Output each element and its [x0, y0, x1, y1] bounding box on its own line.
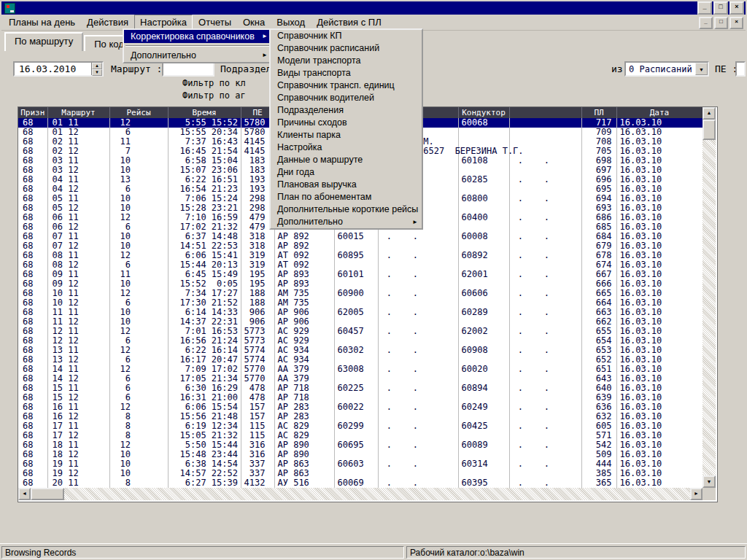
cell: . .	[378, 459, 458, 469]
menu-item[interactable]: Справочник расписаний	[271, 42, 422, 55]
cell: 60302	[334, 346, 378, 355]
menu-separator	[125, 45, 270, 47]
cell: . .	[509, 459, 581, 469]
combobox-dropdown-icon[interactable]: ▼	[695, 63, 708, 75]
tab-active[interactable]: По маршруту	[4, 32, 83, 51]
cell: . .	[509, 270, 581, 279]
menubar-item[interactable]: Отчеты	[193, 15, 237, 30]
cell: . .	[378, 327, 458, 336]
cell: . .	[378, 440, 458, 450]
app-icon[interactable]	[4, 3, 15, 14]
vertical-scroll-thumb[interactable]	[703, 120, 716, 140]
cell: . .	[378, 402, 458, 412]
menu-item[interactable]: Справочник водителей	[271, 92, 422, 104]
mdi-minimize-button[interactable]: _	[699, 17, 713, 29]
cell: 10	[109, 279, 168, 289]
menu-item[interactable]: Данные о маршруте	[271, 154, 422, 166]
cell: . .	[509, 365, 581, 374]
cell: . .	[378, 421, 458, 431]
cell: . .	[509, 308, 581, 317]
menu-item[interactable]: Корректировка справочников►	[124, 30, 271, 43]
cell: 7	[109, 147, 168, 156]
cell: 6	[109, 384, 168, 393]
menu-item-label: Корректировка справочников	[131, 31, 255, 42]
window-buttons: _ □ ×	[697, 1, 744, 15]
cell: 16.03.10	[616, 478, 703, 488]
spinner-down-icon[interactable]: ▼	[92, 69, 102, 76]
table-row[interactable]: 6820 11 8 6:27 15:394132АУ 51660069 . .6…	[18, 478, 703, 488]
menubar-item[interactable]: Действия	[81, 15, 134, 30]
spinner-up-icon[interactable]: ▲	[92, 63, 102, 69]
column-header: Кондуктор	[458, 107, 509, 118]
menu-item[interactable]: Плановая выручка	[271, 179, 422, 191]
cell: . .	[509, 251, 581, 260]
menu-item[interactable]: Дополнительные короткие рейсы	[271, 203, 422, 216]
cell: 60225	[334, 384, 378, 393]
cell: 68	[18, 478, 47, 488]
close-button[interactable]: ×	[729, 1, 744, 15]
cell: 62001	[458, 270, 509, 279]
cell	[509, 118, 581, 128]
cell: АУ 516	[274, 478, 334, 488]
vertical-scrollbar[interactable]: ▲ ▼	[703, 107, 716, 488]
menubar-item[interactable]: Действия с ПЛ	[311, 15, 387, 30]
cell: 60108	[458, 156, 509, 166]
menu-item[interactable]: Дни года	[271, 166, 422, 179]
menu-item[interactable]: Подразделения	[271, 104, 422, 117]
menu-item-label: Плановая выручка	[277, 179, 357, 190]
schedule-combobox[interactable]: 0 Расписаний ▼	[624, 61, 709, 77]
scroll-up-icon[interactable]: ▲	[703, 107, 716, 120]
cell: 6	[109, 222, 168, 232]
menu-item[interactable]: Модели транспорта	[271, 55, 422, 67]
cell: 10	[109, 450, 168, 459]
menubar-item[interactable]: Настройка	[134, 15, 193, 30]
cell: 10	[109, 469, 168, 478]
menu-item[interactable]: Справочник трансп. единиц	[271, 79, 422, 92]
menu-item[interactable]: Виды транспорта	[271, 67, 422, 79]
horizontal-scrollbar[interactable]: ◄ ►	[18, 488, 703, 500]
cell: 60069	[334, 478, 378, 488]
cell: . .	[509, 194, 581, 203]
menu-item[interactable]: Справочник КП	[271, 30, 422, 42]
cell: 6:27 15:39	[168, 478, 241, 488]
of-label: из	[611, 63, 623, 74]
menu-item[interactable]: План по абонементам	[271, 191, 422, 203]
menu-item[interactable]: Настройка	[271, 141, 422, 154]
cell: 60289	[458, 308, 509, 317]
route-input[interactable]	[162, 61, 214, 77]
maximize-button[interactable]: □	[713, 1, 728, 15]
filter-line-2: Фильтр по аг	[182, 90, 246, 101]
scroll-right-icon[interactable]: ►	[690, 488, 703, 500]
menubar-item[interactable]: Окна	[237, 15, 271, 30]
menu-item[interactable]: Дополнительно►	[271, 216, 422, 228]
submenu-arrow-icon: ►	[262, 30, 268, 43]
scroll-down-icon[interactable]: ▼	[703, 475, 716, 488]
cell: . .	[378, 346, 458, 355]
cell: . .	[378, 251, 458, 260]
date-field[interactable]: 16.03.2010 ▲ ▼	[13, 61, 104, 77]
horizontal-scroll-thumb[interactable]	[31, 488, 64, 500]
menu-item[interactable]: Дополнительно►	[124, 49, 271, 62]
cell: 60089	[458, 440, 509, 450]
cell: 10	[109, 308, 168, 317]
pe-input[interactable]	[735, 61, 746, 77]
menu-item[interactable]: Причины сходов	[271, 117, 422, 129]
menubar-item[interactable]: Выход	[271, 15, 311, 30]
title-bar: _ □ ×	[1, 1, 746, 15]
cell: 60400	[458, 213, 509, 222]
cell: . .	[509, 232, 581, 241]
mdi-restore-button[interactable]: □	[714, 17, 728, 29]
cell: . .	[509, 156, 581, 166]
menubar-item[interactable]: Планы на день	[3, 15, 81, 30]
cell: 10	[109, 166, 168, 175]
cell: 12	[109, 118, 168, 128]
menu-item-label: Подразделения	[277, 105, 344, 115]
cell: 60020	[458, 365, 509, 374]
mdi-window-buttons: _ □ ×	[699, 17, 743, 29]
minimize-button[interactable]: _	[697, 1, 712, 15]
menu-item[interactable]: Клиенты парка	[271, 129, 422, 141]
scroll-left-icon[interactable]: ◄	[18, 488, 31, 500]
cell: 11	[109, 137, 168, 147]
mdi-close-button[interactable]: ×	[729, 17, 743, 29]
cell: 12	[109, 440, 168, 450]
